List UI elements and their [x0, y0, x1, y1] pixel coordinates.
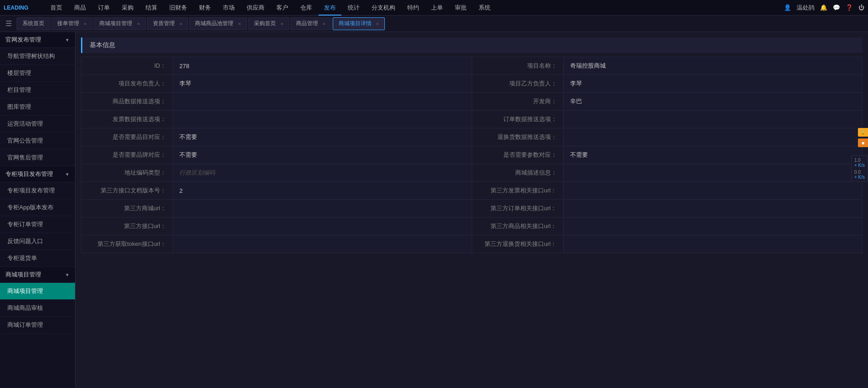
nav-item-财务[interactable]: 财务 [194, 0, 216, 16]
message-icon[interactable]: 💬 [833, 4, 840, 11]
sidebar-item-0-1[interactable]: 楼层管理 [0, 65, 75, 82]
user-avatar-icon[interactable]: 👤 [784, 4, 791, 11]
nav-item-首页[interactable]: 首页 [45, 0, 68, 16]
field-left-value-9 [173, 218, 472, 235]
tab-item-1[interactable]: 接单管理× [51, 17, 92, 30]
sidebar-group-2[interactable]: 商城项目管理▼ [0, 267, 75, 283]
tab-close-6[interactable]: × [323, 21, 325, 27]
sidebar-item-1-2[interactable]: 专柜订单管理 [0, 216, 75, 233]
sidebar-item-0-5[interactable]: 官网公告管理 [0, 133, 75, 149]
field-right-label-3: 订单数据推送选项： [472, 111, 563, 128]
sidebar-item-2-2[interactable]: 商城订单管理 [0, 317, 75, 334]
tab-label-3: 资质管理 [153, 20, 175, 27]
tab-item-0[interactable]: 系统首页 [16, 17, 50, 30]
main-layout: 官网发布管理▼导航管理树状结构楼层管理栏目管理图库管理运营活动管理官网公告管理官… [0, 32, 868, 388]
sidebar-item-0-4[interactable]: 运营活动管理 [0, 116, 75, 133]
field-left-value-7: 2 [173, 182, 472, 200]
info-row-0: ID：278项目名称：奇瑞控股商城 [81, 57, 863, 75]
nav-item-订单[interactable]: 订单 [92, 0, 115, 16]
field-left-label-7: 第三方接口文档版本号： [81, 182, 173, 200]
field-right-value-0: 奇瑞控股商城 [563, 57, 863, 75]
field-right-label-7: 第三方发票相关接口url： [472, 182, 563, 200]
field-left-value-6: 行政区划编码 [173, 164, 472, 182]
help-icon[interactable]: ❓ [846, 4, 853, 11]
tab-item-3[interactable]: 资质管理× [147, 17, 188, 30]
sidebar-item-1-0[interactable]: 专柜项目发布管理 [0, 182, 75, 199]
tab-label-2: 商城项目管理 [99, 20, 132, 27]
sidebar-item-0-6[interactable]: 官网售后管理 [0, 149, 75, 166]
field-right-value-2: 辛巴 [563, 93, 863, 111]
info-row-7: 第三方接口文档版本号：2第三方发票相关接口url： [81, 182, 863, 200]
tab-close-5[interactable]: × [280, 21, 283, 27]
logo: LEADING [4, 5, 40, 11]
field-right-label-1: 项目乙方负责人： [472, 75, 563, 93]
field-left-label-2: 商品数据推送选项： [81, 93, 173, 111]
edge-metrics: 1.0+ K/s 0.0+ K/s [851, 155, 868, 182]
username[interactable]: 温处鹃 [797, 4, 814, 12]
sidebar-item-0-0[interactable]: 导航管理树状结构 [0, 48, 75, 65]
tab-item-6[interactable]: 商品管理× [290, 17, 331, 30]
info-row-3: 发票数据推送选项：订单数据推送选项： [81, 111, 863, 128]
sidebar-item-0-3[interactable]: 图库管理 [0, 99, 75, 116]
sidebar-item-2-1[interactable]: 商城商品审核 [0, 300, 75, 317]
nav-item-审批[interactable]: 审批 [449, 0, 472, 16]
sidebar-item-1-3[interactable]: 反馈问题入口 [0, 233, 75, 250]
field-left-label-6: 地址编码类型： [81, 164, 173, 182]
field-left-value-0: 278 [173, 57, 472, 75]
nav-item-结算[interactable]: 结算 [140, 0, 163, 16]
sidebar-item-2-0[interactable]: 商城项目管理 [0, 283, 75, 300]
tab-close-3[interactable]: × [179, 21, 182, 27]
nav-items: 首页商品订单采购结算旧财务财务市场供应商客户仓库发布统计分支机构特约上单审批系统 [45, 0, 784, 16]
nav-item-系统[interactable]: 系统 [473, 0, 496, 16]
sidebar-group-1[interactable]: 专柜项目发布管理▼ [0, 166, 75, 182]
nav-item-客户[interactable]: 客户 [271, 0, 294, 16]
tab-close-2[interactable]: × [137, 21, 140, 27]
nav-item-统计[interactable]: 统计 [342, 0, 365, 16]
tab-close-4[interactable]: × [238, 21, 241, 27]
tab-close-7[interactable]: × [376, 21, 379, 27]
sidebar-item-1-1[interactable]: 专柜App版本发布 [0, 199, 75, 216]
tab-items: 系统首页接单管理×商城项目管理×资质管理×商城商品池管理×采购首页×商品管理×商… [16, 17, 866, 30]
sidebar-item-1-4[interactable]: 专柜退货单 [0, 250, 75, 267]
tab-label-5: 采购首页 [254, 20, 276, 27]
content: 基本信息 ID：278项目名称：奇瑞控股商城项目发布负责人：李琴项目乙方负责人：… [75, 32, 868, 388]
field-left-label-8: 第三方商城url： [81, 200, 173, 218]
sidebar-item-0-2[interactable]: 栏目管理 [0, 82, 75, 99]
nav-item-仓库[interactable]: 仓库 [295, 0, 318, 16]
info-row-6: 地址编码类型：行政区划编码商城描述信息： [81, 164, 863, 182]
field-left-label-1: 项目发布负责人： [81, 75, 173, 93]
tab-bar: ☰ 系统首页接单管理×商城项目管理×资质管理×商城商品池管理×采购首页×商品管理… [0, 16, 868, 32]
nav-item-分支机构[interactable]: 分支机构 [366, 0, 401, 16]
field-right-value-5: 不需要 [563, 146, 863, 164]
sidebar: 官网发布管理▼导航管理树状结构楼层管理栏目管理图库管理运营活动管理官网公告管理官… [0, 32, 75, 388]
tab-label-6: 商品管理 [296, 20, 318, 27]
field-left-value-5: 不需要 [173, 146, 472, 164]
field-right-value-1: 李琴 [563, 75, 863, 93]
notification-icon[interactable]: 🔔 [820, 4, 827, 11]
nav-item-发布[interactable]: 发布 [318, 0, 341, 16]
tab-item-7[interactable]: 商城项目详情× [333, 17, 385, 30]
edge-indicators: 🔒 ■ [858, 128, 868, 147]
nav-item-旧财务[interactable]: 旧财务 [164, 0, 193, 16]
tab-item-4[interactable]: 商城商品池管理× [189, 17, 247, 30]
user-area: 👤 温处鹃 🔔 💬 ❓ ⏻ [784, 4, 864, 12]
tab-item-5[interactable]: 采购首页× [248, 17, 289, 30]
tab-label-7: 商城项目详情 [339, 20, 372, 27]
field-right-value-7 [563, 182, 863, 200]
sidebar-group-0[interactable]: 官网发布管理▼ [0, 32, 75, 48]
field-left-label-5: 是否需要品牌对应： [81, 146, 173, 164]
nav-item-采购[interactable]: 采购 [116, 0, 139, 16]
field-left-label-0: ID： [81, 57, 173, 75]
power-icon[interactable]: ⏻ [858, 4, 864, 11]
nav-item-市场[interactable]: 市场 [217, 0, 240, 16]
nav-item-上单[interactable]: 上单 [426, 0, 448, 16]
field-left-value-4: 不需要 [173, 128, 472, 146]
edge-indicator-yellow[interactable]: 🔒 [858, 128, 868, 137]
tab-item-2[interactable]: 商城项目管理× [93, 17, 146, 30]
nav-item-商品[interactable]: 商品 [69, 0, 92, 16]
tab-close-1[interactable]: × [84, 21, 86, 27]
nav-item-特约[interactable]: 特约 [402, 0, 425, 16]
tab-toggle-icon[interactable]: ☰ [2, 19, 16, 28]
edge-indicator-orange[interactable]: ■ [858, 138, 868, 147]
nav-item-供应商[interactable]: 供应商 [241, 0, 270, 16]
